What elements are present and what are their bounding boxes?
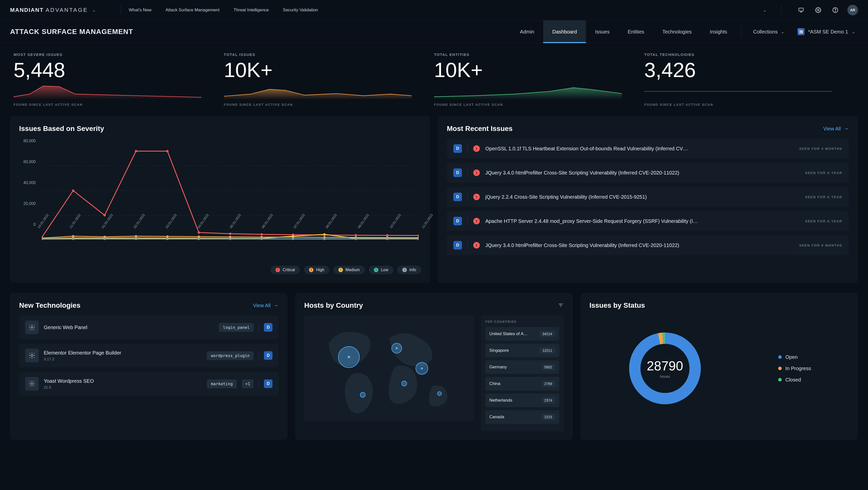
svg-point-75 — [31, 355, 33, 356]
legend-in-progress[interactable]: In Progress — [778, 366, 811, 371]
status-legend: Open In Progress Closed — [778, 354, 811, 383]
severity-legend: !Critical !High !Medium !Low iInfo — [19, 266, 421, 274]
product-switcher-icon[interactable]: ⌄ — [763, 7, 767, 13]
country-row[interactable]: United States of A…34214 — [485, 327, 559, 341]
tech-row[interactable]: Elementor Elementor Page Builder3.17.2wo… — [19, 344, 279, 367]
subnav-collections[interactable]: Collections ⌄ — [746, 20, 791, 43]
x-tick: 07-01-2023 — [293, 227, 307, 237]
subnav-issues[interactable]: Issues — [586, 20, 619, 43]
legend-open[interactable]: Open — [778, 354, 811, 360]
brand-logo[interactable]: MANDIANT ADVANTAGE ⌄ — [10, 7, 96, 13]
subnav-technologies[interactable]: Technologies — [653, 20, 701, 43]
x-tick: 03-01-2023 — [165, 227, 179, 237]
country-count: 12211 — [539, 347, 555, 354]
country-count: 5502 — [541, 364, 555, 370]
kpi-sparkline — [13, 83, 202, 99]
svg-point-13 — [166, 150, 168, 152]
kpi-footer: FOUND SINCE LAST ACTIVE SCAN — [644, 103, 840, 107]
chevron-down-icon: ⌄ — [781, 29, 784, 34]
legend-closed[interactable]: Closed — [778, 377, 811, 383]
project-name: *ASM SE Demo 1 — [808, 29, 848, 35]
view-all-link[interactable]: View All → — [253, 302, 279, 309]
tech-tag-pill: marketing — [207, 379, 237, 388]
dev-badge: D — [453, 241, 462, 250]
x-tick: 06-01-2023 — [261, 227, 276, 237]
brand-caret-icon[interactable]: ⌄ — [92, 7, 96, 13]
legend-info[interactable]: iInfo — [397, 266, 421, 274]
legend-label: Closed — [785, 377, 801, 383]
donut-sublabel: Issues — [660, 374, 670, 378]
panel-hosts-by-country: Hosts by Country — [295, 293, 572, 440]
legend-critical[interactable]: !Critical — [271, 266, 300, 274]
tech-row[interactable]: Yoast Wordpress SEO21.5marketing+1D — [19, 372, 279, 396]
country-row[interactable]: Netherlands2374 — [485, 394, 559, 407]
legend-low[interactable]: !Low — [369, 266, 393, 274]
subnav-dashboard[interactable]: Dashboard — [543, 20, 586, 43]
legend-medium[interactable]: !Medium — [333, 266, 365, 274]
view-all-label: View All — [823, 126, 841, 132]
subnav-insights[interactable]: Insights — [701, 20, 736, 43]
tech-list: Generic Web Panellogin_panelDElementor E… — [19, 316, 279, 396]
kpi-most-severe: MOST SEVERE ISSUES 5,448 FOUND SINCE LAS… — [13, 52, 224, 107]
gear-icon[interactable] — [813, 5, 823, 15]
panel-issues-severity: Issues Based on Severity 80,000 60,000 4… — [10, 116, 430, 283]
row-divider — [467, 241, 468, 250]
view-all-link[interactable]: View All → — [823, 125, 849, 132]
issue-row[interactable]: D!Apache HTTP Server 2.4.48 mod_proxy Se… — [447, 211, 849, 231]
subnav-entities[interactable]: Entities — [619, 20, 653, 43]
panel-menu-icon[interactable] — [558, 302, 564, 309]
x-tick: 11-01-2023 — [421, 227, 435, 237]
nav-whats-new[interactable]: What's New — [129, 7, 151, 12]
screen-icon[interactable] — [796, 5, 806, 15]
tech-row[interactable]: Generic Web Panellogin_panelD — [19, 316, 279, 339]
issue-row[interactable]: D!OpenSSL 1.0.1f TLS Heartbeat Extension… — [447, 139, 849, 158]
legend-high[interactable]: !High — [304, 266, 329, 274]
kpi-value: 5,448 — [13, 58, 209, 82]
svg-point-86 — [402, 381, 407, 386]
topbar-divider — [781, 5, 781, 15]
svg-point-81 — [348, 356, 350, 358]
kpi-footer: FOUND SINCE LAST ACTIVE SCAN — [434, 103, 629, 107]
topbar-divider — [121, 5, 121, 15]
x-tick: 10-01-2022 — [37, 227, 51, 237]
help-icon[interactable] — [830, 5, 840, 15]
x-tick: 05-01-2023 — [229, 227, 244, 237]
brand-sub: ADVANTAGE — [45, 7, 88, 13]
kpi-sparkline — [224, 83, 412, 99]
nav-asm[interactable]: Attack Surface Management — [165, 7, 220, 12]
issue-seen-for: SEEN FOR A YEAR — [805, 219, 842, 223]
country-row[interactable]: China2769 — [485, 377, 559, 391]
sub-nav: Admin Dashboard Issues Entities Technolo… — [511, 20, 858, 43]
panel-issues-by-status: Issues by Status 28790 Issues Open In Pr… — [581, 293, 858, 440]
project-selector[interactable]: 🏢 *ASM SE Demo 1 ⌄ — [791, 20, 858, 43]
kpi-value: 3,426 — [644, 58, 840, 82]
country-row[interactable]: Canada2215 — [485, 410, 559, 424]
dev-badge: D — [453, 193, 462, 201]
nav-sec-val[interactable]: Security Validation — [283, 7, 318, 12]
avatar[interactable]: AR — [847, 5, 858, 16]
top-countries-label: TOP COUNTRIES — [485, 320, 559, 323]
dev-badge: D — [264, 351, 273, 360]
country-row[interactable]: Germany5502 — [485, 360, 559, 374]
subnav-admin[interactable]: Admin — [511, 20, 544, 43]
x-tick: 04-01-2023 — [197, 227, 211, 237]
issue-row[interactable]: D!JQuery 3.4.0 htmlPrefilter Cross-Site … — [447, 163, 849, 182]
tech-name: Elementor Elementor Page Builder — [44, 350, 202, 356]
country-name: United States of A… — [489, 332, 528, 337]
row-divider — [467, 217, 468, 225]
severity-y-axis: 80,000 60,000 40,000 20,000 0 — [19, 139, 39, 227]
world-map[interactable] — [304, 316, 474, 421]
issue-row[interactable]: D!jQuery 2.2.4 Cross-Site Scripting Vuln… — [447, 187, 849, 207]
legend-label: High — [316, 268, 324, 272]
issue-seen-for: SEEN FOR 6 MONTHS — [799, 243, 842, 247]
nav-threat-intel[interactable]: Threat Intelligence — [234, 7, 269, 12]
tech-tag-pill: login_panel — [219, 323, 254, 332]
issue-row[interactable]: D!JQuery 3.4.0 htmlPrefilter Cross-Site … — [447, 235, 849, 255]
svg-point-83 — [396, 347, 398, 349]
svg-point-87 — [437, 392, 441, 396]
view-all-label: View All — [253, 302, 271, 309]
x-tick: 01-01-2023 — [101, 227, 116, 237]
country-row[interactable]: Singapore12211 — [485, 344, 559, 357]
kpi-total-entities: TOTAL ENTITIES 10K+ FOUND SINCE LAST ACT… — [434, 52, 644, 107]
svg-rect-0 — [799, 8, 803, 11]
